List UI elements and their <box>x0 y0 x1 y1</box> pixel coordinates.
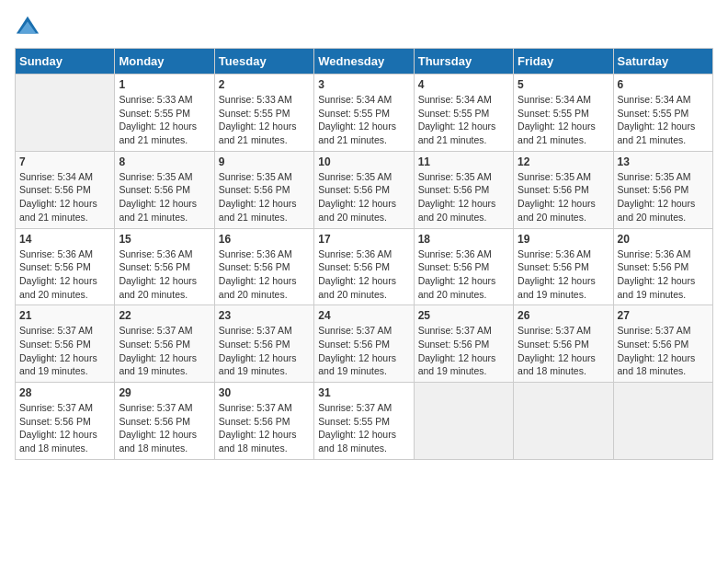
day-number: 15 <box>119 233 210 246</box>
day-number: 7 <box>19 155 110 168</box>
day-info: Sunrise: 5:37 AM Sunset: 5:56 PM Dayligh… <box>119 401 210 455</box>
day-info: Sunrise: 5:36 AM Sunset: 5:56 PM Dayligh… <box>219 247 310 302</box>
day-info: Sunrise: 5:34 AM Sunset: 5:55 PM Dayligh… <box>618 93 709 147</box>
day-cell: 18Sunrise: 5:36 AM Sunset: 5:56 PM Dayli… <box>414 228 513 305</box>
day-info: Sunrise: 5:37 AM Sunset: 5:56 PM Dayligh… <box>19 324 110 378</box>
day-info: Sunrise: 5:35 AM Sunset: 5:56 PM Dayligh… <box>518 170 609 224</box>
day-number: 17 <box>318 233 409 246</box>
day-cell: 22Sunrise: 5:37 AM Sunset: 5:56 PM Dayli… <box>115 305 214 383</box>
day-info: Sunrise: 5:37 AM Sunset: 5:56 PM Dayligh… <box>618 324 709 378</box>
day-cell: 31Sunrise: 5:37 AM Sunset: 5:55 PM Dayli… <box>314 383 414 460</box>
calendar: SundayMondayTuesdayWednesdayThursdayFrid… <box>15 48 713 460</box>
day-cell: 11Sunrise: 5:35 AM Sunset: 5:56 PM Dayli… <box>414 151 513 228</box>
day-info: Sunrise: 5:34 AM Sunset: 5:55 PM Dayligh… <box>418 93 509 147</box>
day-info: Sunrise: 5:35 AM Sunset: 5:56 PM Dayligh… <box>219 170 310 224</box>
column-header-tuesday: Tuesday <box>214 49 313 75</box>
day-cell: 23Sunrise: 5:37 AM Sunset: 5:56 PM Dayli… <box>214 305 313 383</box>
day-number: 3 <box>318 78 409 91</box>
day-cell: 12Sunrise: 5:35 AM Sunset: 5:56 PM Dayli… <box>514 151 613 228</box>
day-cell: 9Sunrise: 5:35 AM Sunset: 5:56 PM Daylig… <box>214 151 313 228</box>
day-number: 22 <box>119 309 210 322</box>
day-info: Sunrise: 5:34 AM Sunset: 5:55 PM Dayligh… <box>318 93 409 147</box>
day-cell: 24Sunrise: 5:37 AM Sunset: 5:56 PM Dayli… <box>314 305 414 383</box>
day-cell: 10Sunrise: 5:35 AM Sunset: 5:56 PM Dayli… <box>314 151 414 228</box>
day-info: Sunrise: 5:35 AM Sunset: 5:56 PM Dayligh… <box>318 170 409 224</box>
day-info: Sunrise: 5:37 AM Sunset: 5:56 PM Dayligh… <box>418 324 509 378</box>
logo <box>15 15 44 40</box>
day-number: 4 <box>418 78 509 91</box>
day-info: Sunrise: 5:37 AM Sunset: 5:56 PM Dayligh… <box>19 401 110 455</box>
column-header-sunday: Sunday <box>16 49 115 75</box>
column-header-saturday: Saturday <box>613 49 712 75</box>
column-header-monday: Monday <box>115 49 214 75</box>
day-number: 31 <box>318 386 409 399</box>
day-number: 14 <box>19 233 110 246</box>
day-number: 5 <box>518 78 609 91</box>
day-info: Sunrise: 5:37 AM Sunset: 5:55 PM Dayligh… <box>318 401 409 455</box>
day-number: 1 <box>119 78 210 91</box>
day-cell: 17Sunrise: 5:36 AM Sunset: 5:56 PM Dayli… <box>314 228 414 305</box>
day-number: 29 <box>119 386 210 399</box>
calendar-header-row: SundayMondayTuesdayWednesdayThursdayFrid… <box>16 49 713 75</box>
day-cell: 16Sunrise: 5:36 AM Sunset: 5:56 PM Dayli… <box>214 228 313 305</box>
day-number: 8 <box>119 155 210 168</box>
logo-icon <box>15 15 40 40</box>
day-cell <box>613 383 712 460</box>
day-number: 16 <box>219 233 310 246</box>
day-number: 30 <box>219 386 310 399</box>
day-number: 27 <box>618 309 709 322</box>
day-cell: 5Sunrise: 5:34 AM Sunset: 5:55 PM Daylig… <box>514 75 613 152</box>
day-number: 24 <box>318 309 409 322</box>
day-cell: 29Sunrise: 5:37 AM Sunset: 5:56 PM Dayli… <box>115 383 214 460</box>
day-cell: 26Sunrise: 5:37 AM Sunset: 5:56 PM Dayli… <box>514 305 613 383</box>
day-info: Sunrise: 5:36 AM Sunset: 5:56 PM Dayligh… <box>618 247 709 302</box>
day-cell: 25Sunrise: 5:37 AM Sunset: 5:56 PM Dayli… <box>414 305 513 383</box>
day-number: 12 <box>518 155 609 168</box>
day-cell <box>514 383 613 460</box>
day-info: Sunrise: 5:36 AM Sunset: 5:56 PM Dayligh… <box>19 247 110 302</box>
day-number: 19 <box>518 233 609 246</box>
day-cell: 8Sunrise: 5:35 AM Sunset: 5:56 PM Daylig… <box>115 151 214 228</box>
day-cell: 1Sunrise: 5:33 AM Sunset: 5:55 PM Daylig… <box>115 75 214 152</box>
day-cell: 30Sunrise: 5:37 AM Sunset: 5:56 PM Dayli… <box>214 383 313 460</box>
day-info: Sunrise: 5:35 AM Sunset: 5:56 PM Dayligh… <box>618 170 709 224</box>
day-number: 2 <box>219 78 310 91</box>
day-info: Sunrise: 5:37 AM Sunset: 5:56 PM Dayligh… <box>119 324 210 378</box>
day-info: Sunrise: 5:36 AM Sunset: 5:56 PM Dayligh… <box>418 247 509 302</box>
day-info: Sunrise: 5:35 AM Sunset: 5:56 PM Dayligh… <box>119 170 210 224</box>
day-number: 10 <box>318 155 409 168</box>
day-number: 28 <box>19 386 110 399</box>
week-row-3: 14Sunrise: 5:36 AM Sunset: 5:56 PM Dayli… <box>16 228 713 305</box>
day-info: Sunrise: 5:34 AM Sunset: 5:56 PM Dayligh… <box>19 170 110 224</box>
day-cell: 15Sunrise: 5:36 AM Sunset: 5:56 PM Dayli… <box>115 228 214 305</box>
day-info: Sunrise: 5:37 AM Sunset: 5:56 PM Dayligh… <box>219 324 310 378</box>
day-info: Sunrise: 5:37 AM Sunset: 5:56 PM Dayligh… <box>518 324 609 378</box>
day-info: Sunrise: 5:33 AM Sunset: 5:55 PM Dayligh… <box>219 93 310 147</box>
week-row-1: 1Sunrise: 5:33 AM Sunset: 5:55 PM Daylig… <box>16 75 713 152</box>
day-cell: 7Sunrise: 5:34 AM Sunset: 5:56 PM Daylig… <box>16 151 115 228</box>
day-cell: 13Sunrise: 5:35 AM Sunset: 5:56 PM Dayli… <box>613 151 712 228</box>
day-number: 25 <box>418 309 509 322</box>
day-info: Sunrise: 5:37 AM Sunset: 5:56 PM Dayligh… <box>318 324 409 378</box>
day-number: 23 <box>219 309 310 322</box>
day-cell: 20Sunrise: 5:36 AM Sunset: 5:56 PM Dayli… <box>613 228 712 305</box>
day-info: Sunrise: 5:33 AM Sunset: 5:55 PM Dayligh… <box>119 93 210 147</box>
day-cell: 19Sunrise: 5:36 AM Sunset: 5:56 PM Dayli… <box>514 228 613 305</box>
day-cell: 28Sunrise: 5:37 AM Sunset: 5:56 PM Dayli… <box>16 383 115 460</box>
day-info: Sunrise: 5:34 AM Sunset: 5:55 PM Dayligh… <box>518 93 609 147</box>
week-row-5: 28Sunrise: 5:37 AM Sunset: 5:56 PM Dayli… <box>16 383 713 460</box>
day-number: 26 <box>518 309 609 322</box>
day-number: 18 <box>418 233 509 246</box>
day-info: Sunrise: 5:36 AM Sunset: 5:56 PM Dayligh… <box>119 247 210 302</box>
day-cell: 2Sunrise: 5:33 AM Sunset: 5:55 PM Daylig… <box>214 75 313 152</box>
day-cell: 27Sunrise: 5:37 AM Sunset: 5:56 PM Dayli… <box>613 305 712 383</box>
week-row-4: 21Sunrise: 5:37 AM Sunset: 5:56 PM Dayli… <box>16 305 713 383</box>
day-info: Sunrise: 5:36 AM Sunset: 5:56 PM Dayligh… <box>518 247 609 302</box>
day-cell: 3Sunrise: 5:34 AM Sunset: 5:55 PM Daylig… <box>314 75 414 152</box>
day-number: 20 <box>618 233 709 246</box>
day-cell: 4Sunrise: 5:34 AM Sunset: 5:55 PM Daylig… <box>414 75 513 152</box>
day-cell <box>16 75 115 152</box>
day-cell: 21Sunrise: 5:37 AM Sunset: 5:56 PM Dayli… <box>16 305 115 383</box>
day-number: 6 <box>618 78 709 91</box>
day-cell <box>414 383 513 460</box>
